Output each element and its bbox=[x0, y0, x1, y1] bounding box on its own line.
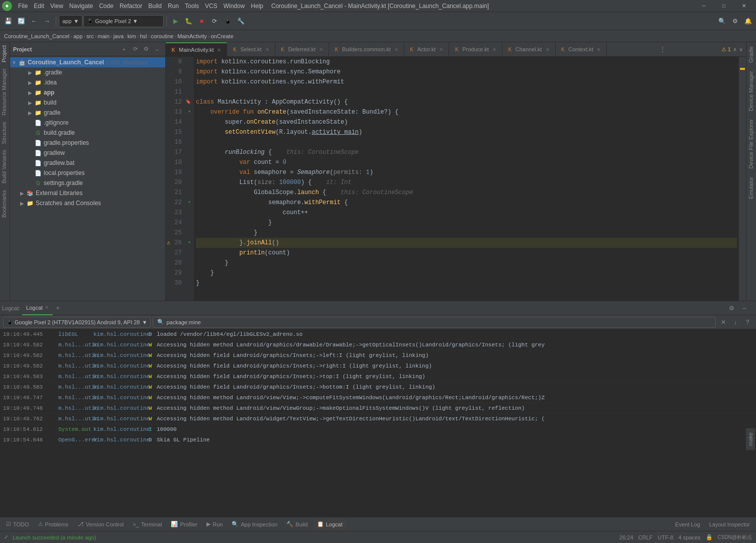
gradle-panel-tab[interactable]: Gradle bbox=[746, 42, 756, 67]
bc-main[interactable]: main bbox=[97, 33, 110, 39]
tab-channel[interactable]: K Channel.kt ✕ bbox=[502, 42, 556, 56]
logcat-clear-btn[interactable]: ✕ bbox=[718, 317, 729, 328]
tree-gitignore[interactable]: ▶ 📄 .gitignore bbox=[10, 118, 165, 128]
event-log-btn[interactable]: Event Log bbox=[671, 519, 704, 530]
log-row-10[interactable]: 19:10:54.648 OpenG...erer kim.hsl.corout… bbox=[0, 435, 756, 445]
device-file-tab[interactable]: Device File Explorer bbox=[746, 115, 756, 172]
tab-main-activity[interactable]: K MainActivity.kt ✕ bbox=[166, 42, 227, 56]
structure-tab[interactable]: Structure bbox=[0, 119, 10, 147]
indent[interactable]: 4 spaces bbox=[678, 534, 700, 540]
tab-channel-close[interactable]: ✕ bbox=[544, 46, 551, 53]
bc-hsl[interactable]: hsl bbox=[140, 33, 147, 39]
tree-gradlew[interactable]: ▶ 📄 gradlew bbox=[10, 148, 165, 158]
maximize-button[interactable]: □ bbox=[714, 0, 734, 12]
nav-down[interactable]: ∨ bbox=[739, 46, 743, 53]
emulator-tab[interactable]: Emulator bbox=[746, 173, 756, 203]
tree-gradle-wrapper[interactable]: ▶ 📁 gradle bbox=[10, 108, 165, 118]
filter-input[interactable]: 🔍 package:mine bbox=[153, 317, 716, 328]
menu-refactor[interactable]: Refactor bbox=[117, 2, 145, 11]
menu-code[interactable]: Code bbox=[96, 2, 117, 11]
panel-add-btn[interactable]: + bbox=[119, 44, 129, 54]
tree-build-gradle[interactable]: ▶ G build.gradle bbox=[10, 128, 165, 138]
logcat-bottom-btn[interactable]: 📋 Logcat bbox=[313, 519, 347, 530]
panel-sync-btn[interactable]: ⟳ bbox=[130, 44, 140, 54]
tree-gradle-props[interactable]: ▶ 📄 gradle.properties bbox=[10, 138, 165, 148]
toolbar-undo-btn[interactable]: ← bbox=[28, 15, 40, 27]
log-area[interactable]: 19:10:49.445 libEGL kim.hsl.coroutine D … bbox=[0, 329, 756, 517]
bc-src[interactable]: src bbox=[86, 33, 94, 39]
build-btn[interactable]: 🔨 Build bbox=[282, 519, 311, 530]
tree-idea-dir[interactable]: ▶ 📁 .idea bbox=[10, 77, 165, 87]
tab-builders-close[interactable]: ✕ bbox=[393, 46, 400, 53]
menu-file[interactable]: File bbox=[15, 2, 31, 11]
menu-help[interactable]: Help bbox=[248, 2, 266, 11]
encoding[interactable]: UTF-8 bbox=[658, 534, 673, 540]
minimize-button[interactable]: ─ bbox=[694, 0, 714, 12]
tab-context[interactable]: K Context.kt ✕ bbox=[556, 42, 607, 56]
resource-manager-tab[interactable]: Resource Manager bbox=[0, 65, 10, 119]
tab-actor[interactable]: K Actor.kt ✕ bbox=[404, 42, 450, 56]
tab-select-close[interactable]: ✕ bbox=[264, 46, 271, 53]
terminal-btn[interactable]: >_ Terminal bbox=[129, 519, 166, 530]
log-row-6[interactable]: 19:10:49.747 m.hsl...utin kim.hsl.corout… bbox=[0, 393, 756, 403]
tree-app-dir[interactable]: ▶ 📁 app bbox=[10, 87, 165, 98]
panel-settings-btn[interactable]: ⚙ bbox=[141, 44, 151, 54]
tab-builders[interactable]: K Builders.common.kt ✕ bbox=[329, 42, 404, 56]
profiler-btn[interactable]: 📊 Profiler bbox=[167, 519, 201, 530]
logcat-tab[interactable]: Logcat ✕ bbox=[22, 301, 53, 315]
menu-navigate[interactable]: Navigate bbox=[66, 2, 96, 11]
make-tab[interactable]: make bbox=[746, 428, 755, 450]
log-row-3[interactable]: 19:10:49.582 m.hsl...utin kim.hsl.corout… bbox=[0, 361, 756, 372]
logcat-tab-close[interactable]: ✕ bbox=[45, 305, 49, 310]
tree-scratches[interactable]: ▶ 📁 Scratches and Consoles bbox=[10, 198, 165, 208]
logcat-minimize-btn[interactable]: – bbox=[739, 303, 750, 314]
tree-gradle-dir[interactable]: ▶ 📁 .gradle bbox=[10, 67, 165, 77]
menu-edit[interactable]: Edit bbox=[31, 2, 47, 11]
cursor-position[interactable]: 26:24 bbox=[619, 534, 633, 540]
device-combo[interactable]: 📱 Google Pixel 2 ▼ bbox=[83, 15, 164, 27]
menu-window[interactable]: Window bbox=[221, 2, 248, 11]
tabs-more-btn[interactable]: ⋮ bbox=[657, 42, 669, 56]
tree-settings-gradle[interactable]: ▶ G settings.gradle bbox=[10, 178, 165, 188]
code-content[interactable]: import kotlinx.coroutines.runBlocking im… bbox=[194, 57, 739, 301]
toolbar-sync-btn[interactable]: 🔄 bbox=[15, 15, 27, 27]
app-combo[interactable]: app ▼ bbox=[59, 15, 82, 27]
tab-main-activity-close[interactable]: ✕ bbox=[215, 46, 223, 53]
log-row-4[interactable]: 19:10:49.583 m.hsl...utin kim.hsl.corout… bbox=[0, 372, 756, 382]
device-manager-tab[interactable]: Device Manager bbox=[746, 67, 756, 115]
tab-select[interactable]: K Select.kt ✕ bbox=[227, 42, 275, 56]
toolbar-debug-btn[interactable]: 🐛 bbox=[182, 15, 194, 27]
tab-deferred[interactable]: K Deferred.kt ✕ bbox=[275, 42, 329, 56]
toolbar-run-btn[interactable]: ▶ bbox=[169, 15, 181, 27]
bc-oncreate[interactable]: onCreate bbox=[211, 33, 234, 39]
tab-actor-close[interactable]: ✕ bbox=[438, 46, 445, 53]
bookmarks-tab[interactable]: Bookmarks bbox=[0, 187, 10, 221]
notification-btn[interactable]: 🔔 bbox=[742, 15, 754, 27]
run-btn[interactable]: ▶ Run bbox=[202, 519, 227, 530]
tab-produce-close[interactable]: ✕ bbox=[491, 46, 498, 53]
bc-kim[interactable]: kim bbox=[128, 33, 136, 39]
logcat-scroll-end-btn[interactable]: ↓ bbox=[730, 317, 741, 328]
toolbar-redo-btn[interactable]: → bbox=[41, 15, 53, 27]
tree-build-dir[interactable]: ▶ 📁 build bbox=[10, 98, 165, 108]
log-row-9[interactable]: 19:10:54.612 System.out kim.hsl.coroutin… bbox=[0, 424, 756, 435]
bc-app[interactable]: app bbox=[73, 33, 82, 39]
bc-java[interactable]: java bbox=[114, 33, 124, 39]
tab-produce[interactable]: K Produce.kt ✕ bbox=[449, 42, 502, 56]
bc-root[interactable]: Coroutine_Launch_Cancel bbox=[4, 33, 69, 39]
log-row-8[interactable]: 19:10:49.762 m.hsl...utin kim.hsl.corout… bbox=[0, 414, 756, 424]
nav-up[interactable]: ∧ bbox=[733, 46, 737, 53]
log-row-7[interactable]: 19:10:49.748 m.hsl...utin kim.hsl.corout… bbox=[0, 403, 756, 414]
log-row-0[interactable]: 19:10:49.445 libEGL kim.hsl.coroutine D … bbox=[0, 329, 756, 340]
build-variants-tab[interactable]: Build Variants bbox=[0, 147, 10, 187]
line-separator[interactable]: CRLF bbox=[638, 534, 653, 540]
toolbar-stop-btn[interactable]: ■ bbox=[195, 15, 207, 27]
tree-local-props[interactable]: ▶ 📄 local.properties bbox=[10, 168, 165, 178]
menu-vcs[interactable]: VCS bbox=[202, 2, 221, 11]
tab-context-close[interactable]: ✕ bbox=[595, 46, 602, 53]
problems-btn[interactable]: ⚠ Problems bbox=[34, 519, 72, 530]
panel-collapse-btn[interactable]: – bbox=[152, 44, 162, 54]
log-row-2[interactable]: 19:10:49.582 m.hsl...utin kim.hsl.corout… bbox=[0, 350, 756, 361]
todo-btn[interactable]: ☑ TODO bbox=[2, 519, 33, 530]
project-tab[interactable]: Project bbox=[0, 42, 10, 65]
